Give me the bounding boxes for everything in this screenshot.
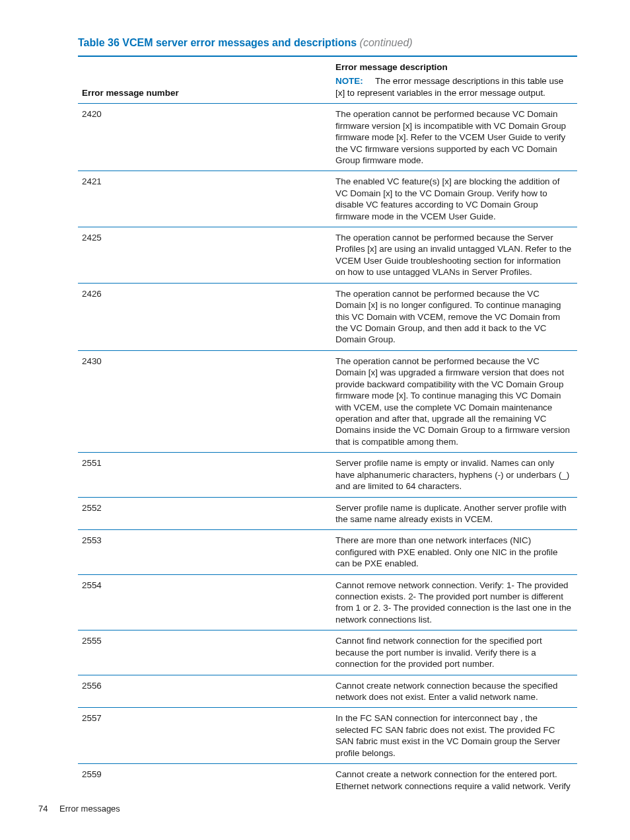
error-description-cell: The enabled VC feature(s) [x] are blocki…: [332, 171, 577, 227]
error-description-cell: In the FC SAN connection for interconnec…: [332, 708, 577, 764]
error-number-cell: 2426: [78, 283, 332, 350]
error-description-cell: Cannot remove network connection. Verify…: [332, 574, 577, 630]
table-row: 2551Server profile name is empty or inva…: [78, 453, 577, 497]
error-messages-table: Error message number Error message descr…: [78, 56, 577, 796]
column-header-number-text: Error message number: [82, 88, 179, 98]
error-description-cell: Server profile name is duplicate. Anothe…: [332, 497, 577, 530]
error-number-cell: 2553: [78, 530, 332, 574]
table-caption: Table 36 VCEM server error messages and …: [78, 37, 577, 49]
table-title-continued: (continued): [360, 37, 413, 48]
footer-section: Error messages: [59, 804, 120, 814]
error-number-cell: 2420: [78, 104, 332, 171]
error-number-cell: 2557: [78, 708, 332, 764]
error-number-cell: 2559: [78, 764, 332, 796]
error-description-cell: Cannot create network connection because…: [332, 675, 577, 708]
error-description-cell: There are more than one network interfac…: [332, 530, 577, 574]
error-number-cell: 2421: [78, 171, 332, 227]
page-footer: 74 Error messages: [38, 804, 120, 814]
column-header-description: Error message description NOTE: The erro…: [332, 56, 577, 104]
table-row: 2553There are more than one network inte…: [78, 530, 577, 574]
note-label: NOTE:: [335, 76, 363, 86]
error-description-cell: The operation cannot be performed becaus…: [332, 350, 577, 452]
error-number-cell: 2425: [78, 227, 332, 284]
table-row: 2425The operation cannot be performed be…: [78, 227, 577, 284]
table-row: 2430The operation cannot be performed be…: [78, 350, 577, 452]
error-number-cell: 2555: [78, 630, 332, 675]
error-number-cell: 2552: [78, 497, 332, 530]
error-number-cell: 2430: [78, 350, 332, 452]
error-description-cell: Cannot find network connection for the s…: [332, 630, 577, 675]
error-number-cell: 2556: [78, 675, 332, 708]
table-row: 2556Cannot create network connection bec…: [78, 675, 577, 708]
table-row: 2420The operation cannot be performed be…: [78, 104, 577, 171]
table-row: 2559Cannot create a network connection f…: [78, 764, 577, 796]
error-number-cell: 2551: [78, 453, 332, 497]
error-description-cell: The operation cannot be performed becaus…: [332, 227, 577, 284]
table-title-main: Table 36 VCEM server error messages and …: [78, 37, 357, 48]
table-row: 2552Server profile name is duplicate. An…: [78, 497, 577, 530]
table-row: 2555Cannot find network connection for t…: [78, 630, 577, 675]
table-row: 2421The enabled VC feature(s) [x] are bl…: [78, 171, 577, 227]
table-row: 2426The operation cannot be performed be…: [78, 283, 577, 350]
error-description-cell: Cannot create a network connection for t…: [332, 764, 577, 796]
column-header-number: Error message number: [78, 56, 332, 104]
column-header-description-text: Error message description: [335, 61, 572, 73]
table-row: 2557In the FC SAN connection for interco…: [78, 708, 577, 764]
error-description-cell: The operation cannot be performed becaus…: [332, 283, 577, 350]
page-number: 74: [38, 804, 48, 814]
error-number-cell: 2554: [78, 574, 332, 630]
error-description-cell: The operation cannot be performed becaus…: [332, 104, 577, 171]
table-row: 2554Cannot remove network connection. Ve…: [78, 574, 577, 630]
error-description-cell: Server profile name is empty or invalid.…: [332, 453, 577, 497]
